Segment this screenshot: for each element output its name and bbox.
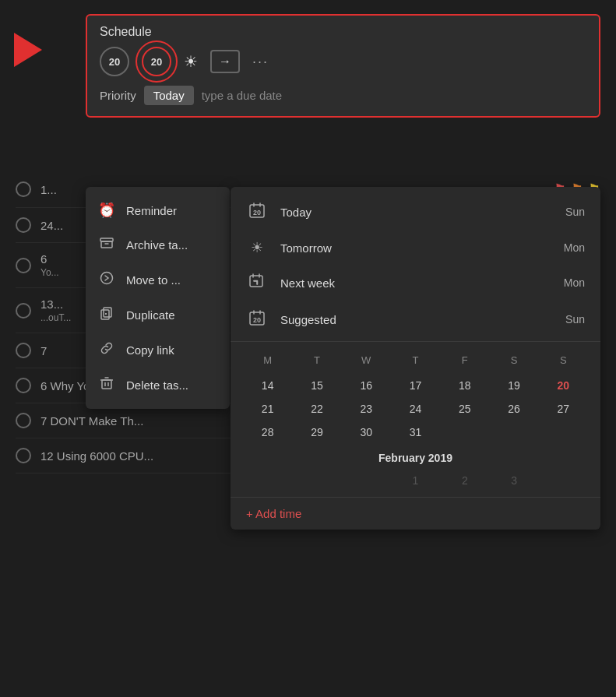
cal-header-fri: F <box>440 351 489 369</box>
svg-rect-5 <box>101 310 109 319</box>
calendar-highlighted-wrapper: 20 <box>142 47 171 76</box>
cal-day-25[interactable]: 25 <box>440 397 489 421</box>
task-checkbox[interactable] <box>16 413 31 428</box>
svg-rect-4 <box>104 308 111 317</box>
cal-day-31[interactable]: 31 <box>391 421 440 444</box>
cal-next-day-2[interactable]: 2 <box>440 469 489 492</box>
menu-item-archive[interactable]: Archive ta... <box>86 227 230 262</box>
cal-header-sun: S <box>539 351 588 369</box>
task-text: 1... <box>40 183 57 196</box>
today-badge[interactable]: Today <box>144 86 194 105</box>
cal-header-mon: M <box>243 351 292 369</box>
svg-text:20: 20 <box>253 316 261 324</box>
calendar-divider <box>231 341 600 342</box>
cal-day-empty2 <box>489 421 538 444</box>
calendar-row-3: 28 29 30 31 <box>243 421 588 444</box>
cal-header-thu: T <box>391 351 440 369</box>
task-checkbox[interactable] <box>16 378 31 393</box>
task-subtext: ...ouT... <box>40 312 71 323</box>
task-checkbox[interactable] <box>16 343 31 358</box>
next-week-day: Mon <box>564 276 585 289</box>
archive-icon <box>98 236 115 254</box>
schedule-title: Schedule <box>100 25 586 39</box>
menu-item-label: Delete tas... <box>126 378 188 392</box>
quick-option-tomorrow[interactable]: ☀ Tomorrow Mon <box>231 231 600 265</box>
calendar-section: M T W T F S S 14 15 16 17 18 19 20 21 22… <box>231 345 600 492</box>
quick-option-next-week[interactable]: Next week Mon <box>231 265 600 301</box>
red-arrow-indicator <box>14 33 42 67</box>
calendar-month-label: February 2019 <box>243 444 588 469</box>
cal-next-day-3[interactable]: 3 <box>489 469 538 492</box>
task-checkbox[interactable] <box>16 181 31 197</box>
task-subtext: Yo... <box>40 267 59 278</box>
cal-day-14[interactable]: 14 <box>243 374 292 397</box>
cal-day-27[interactable]: 27 <box>539 397 588 421</box>
task-text: 12 Using 6000 CPU... <box>40 449 153 463</box>
date-picker-panel: 20 Today Sun ☀ Tomorrow Mon Next week Mo… <box>231 187 600 530</box>
cal-day-28[interactable]: 28 <box>243 421 292 444</box>
move-to-icon <box>98 271 115 289</box>
schedule-panel: Schedule 20 20 ☀ → ··· Priority Today ty… <box>86 14 600 118</box>
cal-day-24[interactable]: 24 <box>391 397 440 421</box>
cal-next-empty1 <box>243 469 292 492</box>
menu-item-label: Duplicate <box>126 308 175 322</box>
cal-day-16[interactable]: 16 <box>342 374 391 397</box>
tomorrow-day: Mon <box>564 241 585 254</box>
suggested-day: Sun <box>565 313 585 326</box>
cal-day-18[interactable]: 18 <box>440 374 489 397</box>
cal-header-sat: S <box>489 351 538 369</box>
calendar-next-month-row: 1 2 3 <box>243 469 588 492</box>
cal-next-empty4 <box>539 469 588 492</box>
menu-item-delete[interactable]: Delete tas... <box>86 368 230 403</box>
calendar-row-2: 21 22 23 24 25 26 27 <box>243 397 588 421</box>
priority-label: Priority <box>100 89 136 102</box>
cal-day-20[interactable]: 20 <box>539 374 588 397</box>
calendar-today-icon[interactable]: 20 <box>142 47 171 76</box>
task-text: 24... <box>40 219 63 232</box>
cal-day-23[interactable]: 23 <box>342 397 391 421</box>
task-checkbox[interactable] <box>16 448 31 463</box>
menu-item-label: Move to ... <box>126 273 181 287</box>
due-date-input[interactable]: type a due date <box>202 89 282 102</box>
cal-header-tue: T <box>292 351 341 369</box>
cal-day-19[interactable]: 19 <box>489 374 538 397</box>
menu-item-move-to[interactable]: Move to ... <box>86 262 230 297</box>
svg-text:20: 20 <box>253 209 261 216</box>
cal-day-17[interactable]: 17 <box>391 374 440 397</box>
tomorrow-label: Tomorrow <box>280 241 551 255</box>
cal-day-15[interactable]: 15 <box>292 374 341 397</box>
task-checkbox[interactable] <box>16 303 31 319</box>
menu-item-duplicate[interactable]: Duplicate <box>86 297 230 333</box>
delete-icon <box>98 376 115 394</box>
cal-next-day-1[interactable]: 1 <box>391 469 440 492</box>
menu-item-reminder[interactable]: ⏰ Reminder <box>86 193 230 227</box>
schedule-bottom-row: Priority Today type a due date <box>100 86 586 105</box>
add-time-button[interactable]: + Add time <box>231 497 600 530</box>
cal-day-22[interactable]: 22 <box>292 397 341 421</box>
more-options-icon[interactable]: ··· <box>252 54 269 70</box>
task-checkbox[interactable] <box>16 258 31 273</box>
quick-option-today[interactable]: 20 Today Sun <box>231 193 600 231</box>
cal-day-29[interactable]: 29 <box>292 421 341 444</box>
cal-day-30[interactable]: 30 <box>342 421 391 444</box>
date-icon-circle[interactable]: 20 <box>100 47 129 76</box>
cal-header-wed: W <box>342 351 391 369</box>
cal-day-26[interactable]: 26 <box>489 397 538 421</box>
next-week-quick-icon <box>246 273 268 292</box>
next-week-icon[interactable]: → <box>210 50 240 73</box>
sun-icon[interactable]: ☀ <box>184 52 198 71</box>
menu-item-copy-link[interactable]: Copy link <box>86 333 230 368</box>
suggested-quick-icon: 20 <box>246 309 268 329</box>
today-day: Sun <box>565 206 585 218</box>
reminder-icon: ⏰ <box>98 202 115 219</box>
quick-option-suggested[interactable]: 20 Suggested Sun <box>231 301 600 338</box>
cal-day-empty1 <box>440 421 489 444</box>
svg-point-3 <box>101 273 113 284</box>
schedule-icons-row: 20 20 ☀ → ··· <box>100 47 586 76</box>
menu-item-label: Archive ta... <box>126 238 188 252</box>
menu-item-label: Copy link <box>126 343 174 357</box>
next-week-label: Next week <box>280 276 551 290</box>
task-checkbox[interactable] <box>16 217 31 233</box>
cal-day-21[interactable]: 21 <box>243 397 292 421</box>
task-text: 13... <box>40 297 71 311</box>
